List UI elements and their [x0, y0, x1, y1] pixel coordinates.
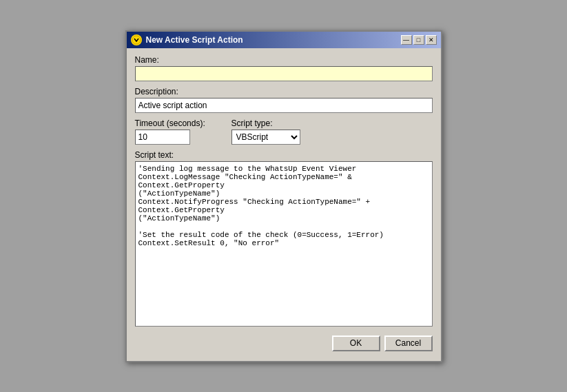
title-bar: New Active Script Action — □ ✕	[127, 32, 441, 48]
maximize-button[interactable]: □	[413, 35, 424, 45]
title-bar-left: New Active Script Action	[131, 34, 243, 45]
script-type-wrapper: VBScript JScript	[231, 130, 300, 145]
timeout-scripttype-row: Timeout (seconds): Script type: VBScript…	[135, 118, 433, 145]
dialog-title: New Active Script Action	[146, 35, 243, 45]
close-button[interactable]: ✕	[426, 35, 437, 45]
timeout-label: Timeout (seconds):	[135, 118, 218, 128]
script-type-label: Script type:	[231, 118, 300, 128]
description-input[interactable]	[135, 98, 433, 113]
name-label: Name:	[135, 55, 433, 65]
script-type-group: Script type: VBScript JScript	[231, 118, 300, 145]
dialog-window: New Active Script Action — □ ✕ Name: Des…	[125, 30, 442, 362]
button-row: OK Cancel	[135, 336, 433, 354]
script-text-input[interactable]: 'Sending log message to the WhatsUp Even…	[135, 161, 433, 327]
description-label: Description:	[135, 87, 433, 96]
dialog-icon	[131, 34, 142, 45]
script-text-label: Script text:	[135, 150, 433, 160]
name-input[interactable]	[135, 66, 433, 81]
svg-point-0	[132, 36, 141, 44]
name-group: Name:	[135, 55, 433, 81]
timeout-input[interactable]	[135, 130, 190, 145]
description-group: Description:	[135, 87, 433, 113]
script-text-group: Script text: 'Sending log message to the…	[135, 150, 433, 329]
ok-button[interactable]: OK	[332, 336, 380, 351]
cancel-button[interactable]: Cancel	[384, 336, 433, 351]
minimize-button[interactable]: —	[401, 35, 412, 45]
title-buttons: — □ ✕	[401, 35, 437, 45]
script-type-select[interactable]: VBScript JScript	[231, 130, 300, 145]
dialog-content: Name: Description: Timeout (seconds): Sc…	[127, 48, 441, 361]
timeout-group: Timeout (seconds):	[135, 118, 218, 145]
